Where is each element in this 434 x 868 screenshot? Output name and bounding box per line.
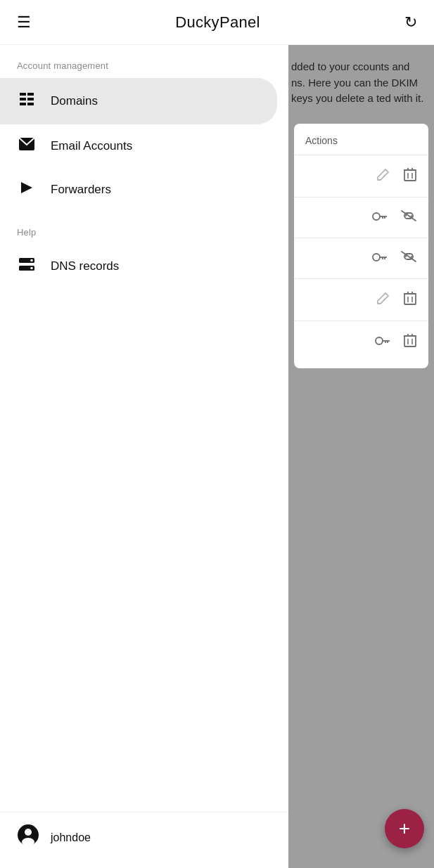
action-row-5 — [294, 320, 428, 363]
svg-rect-0 — [20, 93, 26, 96]
sidebar-item-email-accounts-label: Email Accounts — [51, 139, 132, 153]
action-row-1 — [294, 155, 428, 197]
svg-point-21 — [373, 213, 380, 220]
unlink-icon-2[interactable] — [397, 206, 420, 229]
edit-icon-1[interactable] — [374, 164, 393, 188]
svg-rect-1 — [27, 93, 34, 96]
actions-card: Actions — [294, 124, 428, 368]
refresh-icon[interactable]: ↻ — [399, 8, 423, 37]
svg-rect-15 — [404, 170, 416, 181]
action-row-4 — [294, 278, 428, 320]
delete-icon-1[interactable] — [400, 164, 420, 188]
forwarders-icon — [17, 181, 37, 199]
username-label: johndoe — [51, 831, 91, 844]
sidebar-item-forwarders-label: Forwarders — [51, 183, 111, 197]
domains-icon — [17, 91, 37, 112]
svg-rect-2 — [20, 98, 26, 101]
app-title: DuckyPanel — [175, 13, 260, 32]
action-row-2 — [294, 197, 428, 238]
fab-button[interactable]: + — [385, 809, 424, 848]
dns-icon — [17, 257, 37, 276]
svg-point-14 — [22, 838, 34, 846]
svg-marker-7 — [21, 182, 32, 193]
svg-point-26 — [373, 254, 380, 261]
sidebar-item-email-accounts[interactable]: Email Accounts — [0, 124, 277, 168]
fab-plus-icon: + — [399, 819, 410, 838]
user-section: johndoe — [0, 812, 288, 868]
help-label: Help — [0, 212, 288, 245]
unlink-icon-3[interactable] — [397, 247, 420, 270]
key-icon-5[interactable] — [372, 331, 393, 353]
svg-rect-41 — [404, 336, 416, 346]
sidebar: Account management Domains Email Account… — [0, 45, 288, 868]
svg-rect-5 — [27, 103, 34, 105]
menu-icon[interactable]: ☰ — [11, 8, 37, 37]
account-management-label: Account management — [0, 45, 288, 78]
user-avatar-icon — [17, 824, 39, 851]
delete-icon-5[interactable] — [400, 330, 420, 354]
svg-rect-31 — [404, 294, 416, 304]
svg-point-37 — [376, 337, 383, 344]
sidebar-item-forwarders[interactable]: Forwarders — [0, 168, 277, 212]
description-text: dded to your ccounts and ns. Here you ca… — [288, 45, 434, 118]
right-panel: dded to your ccounts and ns. Here you ca… — [288, 45, 434, 868]
key-icon-3[interactable] — [369, 247, 390, 269]
svg-rect-3 — [27, 98, 34, 101]
sidebar-item-dns-records-label: DNS records — [51, 259, 119, 273]
edit-icon-4[interactable] — [374, 288, 393, 311]
app-header: ☰ DuckyPanel ↻ — [0, 0, 434, 45]
sidebar-item-domains[interactable]: Domains — [0, 78, 277, 124]
email-icon — [17, 137, 37, 155]
sidebar-item-domains-label: Domains — [51, 94, 98, 108]
delete-icon-4[interactable] — [400, 287, 420, 312]
svg-point-10 — [30, 259, 33, 262]
svg-point-13 — [25, 829, 32, 836]
sidebar-item-dns-records[interactable]: DNS records — [0, 245, 277, 288]
svg-rect-4 — [20, 103, 26, 105]
action-row-3 — [294, 238, 428, 278]
key-icon-2[interactable] — [369, 207, 390, 228]
svg-point-11 — [30, 267, 33, 270]
actions-header: Actions — [294, 129, 428, 155]
